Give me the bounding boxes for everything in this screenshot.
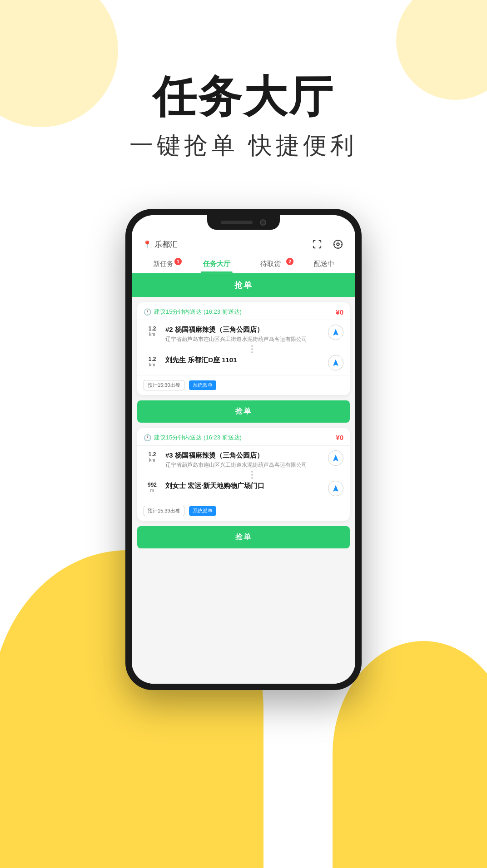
order-2-stop-1: 1.2km #3 杨国福麻辣烫（三角公园店） 辽宁省葫芦岛市连山区兴工街道水泥街… — [137, 446, 350, 473]
location-row: 📍 乐都汇 — [143, 239, 178, 250]
order-1-stop-2: 1.2km 刘先生 乐都汇D座 1101 — [137, 350, 350, 375]
order-1-stop-1: 1.2km #2 杨国福麻辣烫（三角公园店） 辽宁省葫芦岛市连山区兴工街道水泥街… — [137, 320, 350, 348]
tab-task-hall-label: 任务大厅 — [203, 260, 230, 267]
order-2-stop-2-unit: m — [144, 488, 161, 493]
orders-container: 🕐 建议15分钟内送达 (16:23 前送达) ¥0 1.2km #2 杨国福麻… — [132, 297, 355, 684]
order-2-time-text: 建议15分钟内送达 (16:23 前送达) — [154, 434, 242, 442]
notch-camera — [260, 219, 266, 226]
order-card-1: 🕐 建议15分钟内送达 (16:23 前送达) ¥0 1.2km #2 杨国福麻… — [137, 302, 350, 395]
order-1-stop-2-name: 刘先生 乐都汇D座 1101 — [165, 355, 323, 365]
order-2-stop-1-distance: 1.2km — [144, 450, 161, 463]
notch-speaker — [221, 221, 253, 224]
phone-notch — [207, 215, 280, 230]
order-2-price: ¥0 — [336, 434, 343, 441]
divider-dot-4 — [251, 471, 253, 473]
tab-pending-pickup-badge: 2 — [286, 258, 293, 265]
order-1-stop-1-nav-btn[interactable] — [328, 325, 343, 340]
location-text: 乐都汇 — [154, 239, 178, 250]
phone-mockup: 📍 乐都汇 — [125, 209, 362, 690]
expand-icon[interactable] — [311, 238, 323, 251]
divider-dot-5 — [251, 474, 253, 476]
order-card-2-header: 🕐 建议15分钟内送达 (16:23 前送达) ¥0 — [137, 428, 350, 446]
tab-delivering[interactable]: 配送中 — [297, 256, 351, 273]
tab-task-hall[interactable]: 任务大厅 — [190, 256, 244, 273]
header-section: 任务大厅 一键抢单 快捷便利 — [0, 73, 487, 162]
divider-dot-1 — [251, 345, 253, 347]
phone-outer: 📍 乐都汇 — [125, 209, 362, 690]
divider-dot-2 — [251, 348, 253, 350]
location-icon: 📍 — [143, 240, 152, 249]
order-2-stop-1-info: #3 杨国福麻辣烫（三角公园店） 辽宁省葫芦岛市连山区兴工街道水泥街葫芦岛客运有… — [165, 450, 323, 469]
order-1-price: ¥0 — [336, 308, 343, 316]
tab-new-task[interactable]: 新任务 1 — [136, 256, 190, 273]
tab-pending-pickup-label: 待取货 — [260, 260, 281, 267]
header-icons — [311, 238, 344, 251]
tab-pending-pickup[interactable]: 待取货 2 — [244, 256, 297, 273]
order-2-stop-2-info: 刘女士 宏运·新天地购物广场门口 — [165, 481, 323, 490]
order-1-time-suggestion: 🕐 建议15分钟内送达 (16:23 前送达) — [144, 308, 242, 316]
order-2-stop-2-name: 刘女士 宏运·新天地购物广场门口 — [165, 481, 323, 490]
order-2-stop-2-distance: 992m — [144, 481, 161, 493]
order-1-stop-1-name: #2 杨国福麻辣烫（三角公园店） — [165, 325, 323, 334]
clock-icon-1: 🕐 — [144, 308, 151, 316]
clock-icon-2: 🕐 — [144, 434, 151, 441]
order-2-stop-2: 992m 刘女士 宏运·新天地购物广场门口 — [137, 476, 350, 501]
tab-new-task-badge: 1 — [174, 258, 182, 265]
order-1-stop-1-unit: km — [144, 332, 161, 337]
order-1-stop-2-unit: km — [144, 362, 161, 368]
order-2-stop-1-nav-btn[interactable] — [328, 450, 343, 466]
order-2-tag-time: 预计15:39出餐 — [144, 506, 184, 516]
order-1-stop-1-address: 辽宁省葫芦岛市连山区兴工街道水泥街葫芦岛客运有限公司 — [165, 335, 323, 343]
order-2-stop-2-nav-btn[interactable] — [328, 481, 343, 496]
tabs-row: 新任务 1 任务大厅 待取货 2 配送中 — [132, 251, 355, 273]
order-1-time-text: 建议15分钟内送达 (16:23 前送达) — [154, 308, 242, 316]
order-2-stop-1-address: 辽宁省葫芦岛市连山区兴工街道水泥街葫芦岛客运有限公司 — [165, 461, 323, 469]
order-1-footer: 预计15:30出餐 系统派单 — [137, 375, 350, 395]
tab-new-task-label: 新任务 — [153, 260, 174, 267]
order-2-stop-1-name: #3 杨国福麻辣烫（三角公园店） — [165, 450, 323, 460]
order-1-stop-2-distance: 1.2km — [144, 355, 161, 368]
target-icon[interactable] — [332, 238, 344, 251]
grab-btn-1[interactable]: 抢单 — [137, 400, 350, 423]
grab-btn-top[interactable]: 抢单 — [132, 273, 355, 297]
divider-dot-3 — [251, 351, 253, 353]
order-card-2: 🕐 建议15分钟内送达 (16:23 前送达) ¥0 1.2km #3 杨国福麻… — [137, 428, 350, 521]
order-card-1-header: 🕐 建议15分钟内送达 (16:23 前送达) ¥0 — [137, 302, 350, 320]
order-1-stop-2-info: 刘先生 乐都汇D座 1101 — [165, 355, 323, 365]
order-2-footer: 预计15:39出餐 系统派单 — [137, 501, 350, 521]
order-1-tag-system: 系统派单 — [189, 380, 216, 390]
order-2-time-suggestion: 🕐 建议15分钟内送达 (16:23 前送达) — [144, 434, 242, 442]
main-title: 任务大厅 — [0, 73, 487, 121]
svg-point-1 — [337, 243, 339, 246]
order-2-stop-1-unit: km — [144, 458, 161, 463]
order-1-stop-1-info: #2 杨国福麻辣烫（三角公园店） 辽宁省葫芦岛市连山区兴工街道水泥街葫芦岛客运有… — [165, 325, 323, 343]
divider-dot-6 — [251, 477, 253, 479]
order-1-tag-time: 预计15:30出餐 — [144, 380, 184, 390]
order-2-tag-system: 系统派单 — [189, 506, 216, 516]
sub-title: 一键抢单 快捷便利 — [0, 130, 487, 162]
phone-screen: 📍 乐都汇 — [132, 215, 355, 684]
order-1-stop-1-distance: 1.2km — [144, 325, 161, 337]
grab-btn-2[interactable]: 抢单 — [137, 526, 350, 548]
order-1-stop-2-nav-btn[interactable] — [328, 355, 343, 370]
tab-delivering-label: 配送中 — [314, 260, 334, 267]
